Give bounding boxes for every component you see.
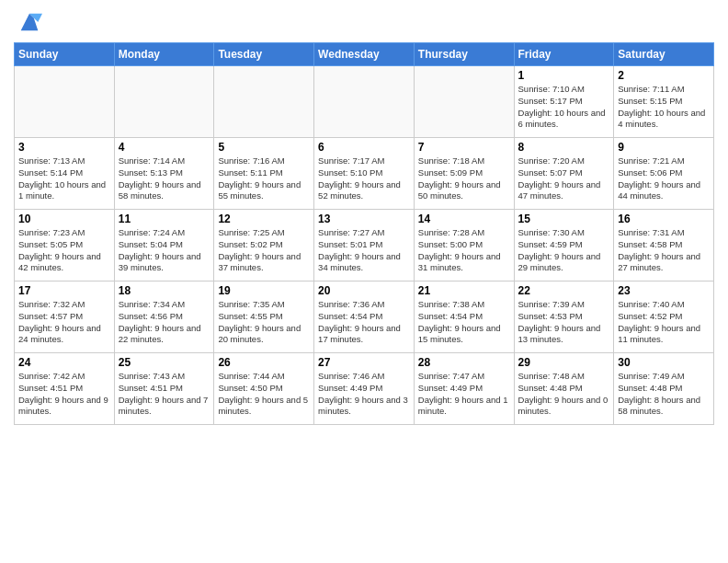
day-info: Sunrise: 7:14 AM Sunset: 5:13 PM Dayligh… [119, 155, 210, 202]
day-info: Sunrise: 7:49 AM Sunset: 4:48 PM Dayligh… [618, 371, 710, 418]
day-info: Sunrise: 7:48 AM Sunset: 4:48 PM Dayligh… [518, 371, 610, 418]
day-info: Sunrise: 7:46 AM Sunset: 4:49 PM Dayligh… [318, 371, 410, 418]
day-info: Sunrise: 7:43 AM Sunset: 4:51 PM Dayligh… [119, 371, 210, 418]
calendar-cell [214, 66, 314, 138]
day-info: Sunrise: 7:31 AM Sunset: 4:58 PM Dayligh… [618, 227, 710, 274]
weekday-header-sunday: Sunday [15, 43, 115, 66]
logo-icon [17, 9, 42, 35]
calendar-cell: 3Sunrise: 7:13 AM Sunset: 5:14 PM Daylig… [15, 138, 115, 210]
week-row-0: 1Sunrise: 7:10 AM Sunset: 5:17 PM Daylig… [15, 66, 714, 138]
calendar-cell: 1Sunrise: 7:10 AM Sunset: 5:17 PM Daylig… [514, 66, 614, 138]
day-number: 30 [618, 356, 710, 369]
calendar-cell: 26Sunrise: 7:44 AM Sunset: 4:50 PM Dayli… [214, 353, 314, 425]
page: SundayMondayTuesdayWednesdayThursdayFrid… [0, 0, 728, 563]
week-row-1: 3Sunrise: 7:13 AM Sunset: 5:14 PM Daylig… [15, 138, 714, 210]
calendar-cell: 24Sunrise: 7:42 AM Sunset: 4:51 PM Dayli… [15, 353, 115, 425]
day-info: Sunrise: 7:36 AM Sunset: 4:54 PM Dayligh… [318, 299, 410, 346]
calendar-cell: 7Sunrise: 7:18 AM Sunset: 5:09 PM Daylig… [414, 138, 514, 210]
week-row-4: 24Sunrise: 7:42 AM Sunset: 4:51 PM Dayli… [15, 353, 714, 425]
calendar-cell: 23Sunrise: 7:40 AM Sunset: 4:52 PM Dayli… [614, 282, 714, 353]
day-number: 25 [119, 356, 210, 369]
day-number: 3 [18, 141, 110, 154]
day-number: 2 [618, 69, 710, 82]
day-number: 1 [518, 69, 610, 82]
day-number: 29 [518, 356, 610, 369]
day-number: 17 [18, 284, 110, 297]
calendar-cell: 20Sunrise: 7:36 AM Sunset: 4:54 PM Dayli… [314, 282, 415, 353]
calendar-cell: 22Sunrise: 7:39 AM Sunset: 4:53 PM Dayli… [514, 282, 614, 353]
day-number: 4 [119, 141, 210, 154]
day-info: Sunrise: 7:24 AM Sunset: 5:04 PM Dayligh… [119, 227, 210, 274]
day-number: 13 [318, 213, 410, 225]
day-info: Sunrise: 7:39 AM Sunset: 4:53 PM Dayligh… [518, 299, 610, 346]
day-info: Sunrise: 7:42 AM Sunset: 4:51 PM Dayligh… [18, 371, 110, 418]
day-info: Sunrise: 7:25 AM Sunset: 5:02 PM Dayligh… [218, 227, 310, 274]
day-number: 6 [318, 141, 410, 154]
calendar-cell: 18Sunrise: 7:34 AM Sunset: 4:56 PM Dayli… [114, 282, 214, 353]
day-info: Sunrise: 7:23 AM Sunset: 5:05 PM Dayligh… [18, 227, 110, 274]
day-info: Sunrise: 7:20 AM Sunset: 5:07 PM Dayligh… [518, 155, 610, 202]
day-info: Sunrise: 7:30 AM Sunset: 4:59 PM Dayligh… [518, 227, 610, 274]
day-number: 28 [418, 356, 510, 369]
day-number: 19 [218, 284, 310, 297]
calendar-cell: 28Sunrise: 7:47 AM Sunset: 4:49 PM Dayli… [414, 353, 514, 425]
calendar-cell: 17Sunrise: 7:32 AM Sunset: 4:57 PM Dayli… [15, 282, 115, 353]
day-number: 22 [518, 284, 610, 297]
weekday-header-monday: Monday [114, 43, 214, 66]
weekday-header-friday: Friday [514, 43, 614, 66]
day-info: Sunrise: 7:38 AM Sunset: 4:54 PM Dayligh… [418, 299, 510, 346]
weekday-header-saturday: Saturday [614, 43, 714, 66]
day-info: Sunrise: 7:10 AM Sunset: 5:17 PM Dayligh… [518, 84, 610, 131]
day-number: 5 [218, 141, 310, 154]
day-info: Sunrise: 7:44 AM Sunset: 4:50 PM Dayligh… [218, 371, 310, 418]
week-row-3: 17Sunrise: 7:32 AM Sunset: 4:57 PM Dayli… [15, 282, 714, 353]
day-number: 8 [518, 141, 610, 154]
day-number: 14 [418, 213, 510, 225]
day-number: 21 [418, 284, 510, 297]
day-info: Sunrise: 7:47 AM Sunset: 4:49 PM Dayligh… [418, 371, 510, 418]
calendar-cell: 5Sunrise: 7:16 AM Sunset: 5:11 PM Daylig… [214, 138, 314, 210]
day-info: Sunrise: 7:28 AM Sunset: 5:00 PM Dayligh… [418, 227, 510, 274]
day-number: 12 [218, 213, 310, 225]
day-number: 26 [218, 356, 310, 369]
calendar-cell: 29Sunrise: 7:48 AM Sunset: 4:48 PM Dayli… [514, 353, 614, 425]
calendar-cell: 9Sunrise: 7:21 AM Sunset: 5:06 PM Daylig… [614, 138, 714, 210]
calendar-cell: 27Sunrise: 7:46 AM Sunset: 4:49 PM Dayli… [314, 353, 415, 425]
weekday-header-tuesday: Tuesday [214, 43, 314, 66]
day-number: 23 [618, 284, 710, 297]
logo [14, 9, 42, 35]
weekday-header-thursday: Thursday [414, 43, 514, 66]
day-number: 18 [119, 284, 210, 297]
calendar-cell: 10Sunrise: 7:23 AM Sunset: 5:05 PM Dayli… [15, 210, 115, 282]
day-number: 24 [18, 356, 110, 369]
calendar-body: 1Sunrise: 7:10 AM Sunset: 5:17 PM Daylig… [15, 66, 714, 425]
day-number: 9 [618, 141, 710, 154]
calendar-cell: 21Sunrise: 7:38 AM Sunset: 4:54 PM Dayli… [414, 282, 514, 353]
header [14, 9, 714, 35]
calendar-cell: 16Sunrise: 7:31 AM Sunset: 4:58 PM Dayli… [614, 210, 714, 282]
calendar-cell [15, 66, 115, 138]
calendar-cell [314, 66, 415, 138]
calendar-cell: 15Sunrise: 7:30 AM Sunset: 4:59 PM Dayli… [514, 210, 614, 282]
day-number: 15 [518, 213, 610, 225]
day-info: Sunrise: 7:34 AM Sunset: 4:56 PM Dayligh… [119, 299, 210, 346]
day-number: 10 [18, 213, 110, 225]
calendar-cell: 8Sunrise: 7:20 AM Sunset: 5:07 PM Daylig… [514, 138, 614, 210]
week-row-2: 10Sunrise: 7:23 AM Sunset: 5:05 PM Dayli… [15, 210, 714, 282]
day-info: Sunrise: 7:27 AM Sunset: 5:01 PM Dayligh… [318, 227, 410, 274]
calendar-cell: 6Sunrise: 7:17 AM Sunset: 5:10 PM Daylig… [314, 138, 415, 210]
calendar: SundayMondayTuesdayWednesdayThursdayFrid… [14, 42, 714, 425]
day-info: Sunrise: 7:17 AM Sunset: 5:10 PM Dayligh… [318, 155, 410, 202]
day-info: Sunrise: 7:11 AM Sunset: 5:15 PM Dayligh… [618, 84, 710, 131]
calendar-cell: 19Sunrise: 7:35 AM Sunset: 4:55 PM Dayli… [214, 282, 314, 353]
calendar-cell: 4Sunrise: 7:14 AM Sunset: 5:13 PM Daylig… [114, 138, 214, 210]
calendar-cell [114, 66, 214, 138]
day-number: 27 [318, 356, 410, 369]
day-number: 20 [318, 284, 410, 297]
day-info: Sunrise: 7:16 AM Sunset: 5:11 PM Dayligh… [218, 155, 310, 202]
day-info: Sunrise: 7:21 AM Sunset: 5:06 PM Dayligh… [618, 155, 710, 202]
day-info: Sunrise: 7:32 AM Sunset: 4:57 PM Dayligh… [18, 299, 110, 346]
calendar-cell: 14Sunrise: 7:28 AM Sunset: 5:00 PM Dayli… [414, 210, 514, 282]
weekday-header-row: SundayMondayTuesdayWednesdayThursdayFrid… [15, 43, 714, 66]
calendar-cell [414, 66, 514, 138]
